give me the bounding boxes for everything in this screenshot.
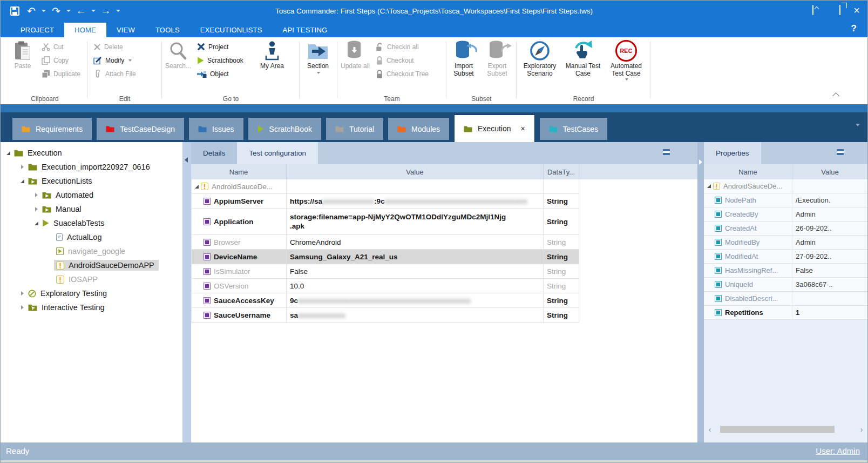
workspace-tab-execution[interactable]: Execution × [454,115,535,142]
forward-button[interactable]: → [99,4,112,17]
manual-test-case-button[interactable]: Manual Test Case [564,39,602,77]
ribbon-display-options-button[interactable] [812,5,813,15]
tree-item-manual[interactable]: Manual [1,202,182,216]
expander-icon[interactable] [19,179,26,183]
close-button[interactable]: × [853,5,860,16]
my-area-button[interactable]: My Area [255,39,289,70]
checkout-button[interactable]: Checkout [376,53,429,67]
back-dropdown[interactable] [91,10,96,12]
copy-button[interactable]: Copy [42,53,80,67]
expander-icon[interactable] [19,291,26,296]
prop-row-modifiedat[interactable]: ModifiedAt 27-09-202.. [704,250,867,264]
collapse-left-icon[interactable] [185,157,188,163]
expander-icon[interactable] [33,193,40,197]
expander-icon[interactable] [195,185,199,189]
restore-button[interactable] [839,5,840,15]
modify-button[interactable]: Modify [93,53,136,67]
workspace-tab-issues[interactable]: Issues [189,118,243,140]
column-header-name[interactable]: Name [704,164,792,179]
prop-row-hasmissingref[interactable]: HasMissingRef... False [704,264,867,278]
prop-row-group[interactable]: AndroidSauceDe... [704,179,867,193]
duplicate-button[interactable]: Duplicate [42,67,80,80]
tree-item-execution-import[interactable]: Execution_import220927_0616 [1,160,182,174]
prop-row-uniqueid[interactable]: UniqueId 3a068c67-.. [704,278,867,292]
prop-row-modifiedby[interactable]: ModifiedBy Admin [704,236,867,250]
expander-icon[interactable] [19,305,26,310]
tree-item-automated[interactable]: Automated [1,188,182,202]
column-header-name[interactable]: Name [191,164,287,179]
workspace-tab-testcasedesign[interactable]: TestCaseDesign [97,118,184,140]
prop-row-disableddescription[interactable]: DisabledDescri... [704,292,867,306]
tree-item-execution[interactable]: Execution [1,146,182,160]
tab-properties[interactable]: Properties [704,142,761,164]
expander-icon[interactable] [707,184,711,188]
tab-details[interactable]: Details [191,142,237,164]
tab-project[interactable]: PROJECT [10,23,64,37]
expander-icon[interactable] [33,222,40,225]
redo-dropdown[interactable] [66,10,71,12]
expander-icon[interactable] [5,151,12,155]
workspace-tab-requirements[interactable]: Requirements [12,118,92,140]
pin-icon[interactable] [663,149,670,155]
right-splitter[interactable] [697,142,704,442]
tabstrip-dropdown-button[interactable] [856,124,860,126]
user-link[interactable]: User: Admin [816,446,860,455]
checkin-all-button[interactable]: Checkin all [376,40,429,53]
goto-object-button[interactable]: Object [197,67,243,80]
pin-icon[interactable] [837,149,844,155]
export-subset-button[interactable]: Export Subset [482,39,513,77]
scrollbar-thumb[interactable] [720,426,835,433]
prop-row-createdby[interactable]: CreatedBy Admin [704,207,867,222]
config-row-browser[interactable]: Browser ChromeAndroid String [192,235,579,250]
prop-row-repetitions[interactable]: Repetitions 1 [704,306,867,320]
attach-file-button[interactable]: Attach File [93,67,136,80]
help-button[interactable]: ? [851,23,857,34]
collapse-ribbon-button[interactable] [832,92,839,99]
goto-scratchbook-button[interactable]: Scratchbook [197,53,243,67]
config-row-osversion[interactable]: OSVersion 10.0 String [192,279,579,293]
tab-home[interactable]: HOME [64,23,106,37]
tree-item-exploratory-testing[interactable]: Exploratory Testing [1,286,182,300]
scroll-right-arrow[interactable]: › [858,425,865,434]
search-button[interactable]: Search... [162,39,194,70]
delete-button[interactable]: Delete [93,40,136,53]
expander-icon[interactable] [33,207,40,211]
save-button[interactable] [8,4,21,17]
config-row-application[interactable]: Application storage:filename=app-NjMyY2Q… [192,209,579,235]
tab-tools[interactable]: TOOLS [145,23,190,37]
workspace-tab-scratchbook[interactable]: ScratchBook [248,118,321,140]
scroll-left-arrow[interactable]: ‹ [706,425,714,434]
workspace-tab-tutorial[interactable]: Tutorial [326,118,383,140]
workspace-tab-modules[interactable]: Modules [388,118,449,140]
config-row-issimulator[interactable]: IsSimulator False String [192,264,579,279]
config-row-group[interactable]: AndroidSauceDe... [192,179,579,194]
automated-test-case-button[interactable]: REC Automated Test Case [606,39,647,80]
prop-row-createdat[interactable]: CreatedAt 26-09-202.. [704,222,867,236]
undo-dropdown[interactable] [42,10,46,12]
horizontal-scrollbar[interactable]: ‹ › [706,425,865,434]
tab-executionlists[interactable]: EXECUTIONLISTS [190,23,273,37]
tab-test-configuration[interactable]: Test configuration [237,142,318,164]
back-button[interactable]: ← [74,4,87,17]
config-row-sauceaccesskey[interactable]: SauceAccessKey 9cxxxxxxxxxxxxxxxxxxxxxxx… [192,293,579,308]
tree-item-androidsaucedemoapp[interactable]: AndroidSauceDemoAPP [1,258,182,272]
prop-row-nodepath[interactable]: NodePath /Execution. [704,193,867,207]
redo-button[interactable]: ↷ [50,4,63,17]
update-all-button[interactable]: Update all [340,39,370,70]
section-button[interactable]: Section [300,39,336,74]
undo-button[interactable]: ↶ [25,4,38,17]
workspace-tab-testcases[interactable]: TestCases [540,118,607,140]
collapse-right-icon[interactable] [699,159,702,165]
tab-api-testing[interactable]: API TESTING [273,23,338,37]
cut-button[interactable]: Cut [42,40,80,53]
exploratory-scenario-button[interactable]: Exploratory Scenario [520,39,559,77]
tree-item-executionlists[interactable]: ExecutionLists [1,174,182,188]
config-row-devicename[interactable]: DeviceName Samsung_Galaxy_A21_real_us St… [192,250,579,264]
left-splitter[interactable] [182,142,191,442]
tree-item-suacelabtests[interactable]: SuacelabTests [1,216,182,230]
paste-button[interactable]: Paste [5,39,40,70]
expander-icon[interactable] [19,165,26,169]
goto-project-button[interactable]: Project [197,40,243,53]
tree-item-iosapp[interactable]: IOSAPP [1,272,182,286]
column-header-datatype[interactable]: DataTy... [544,164,579,179]
